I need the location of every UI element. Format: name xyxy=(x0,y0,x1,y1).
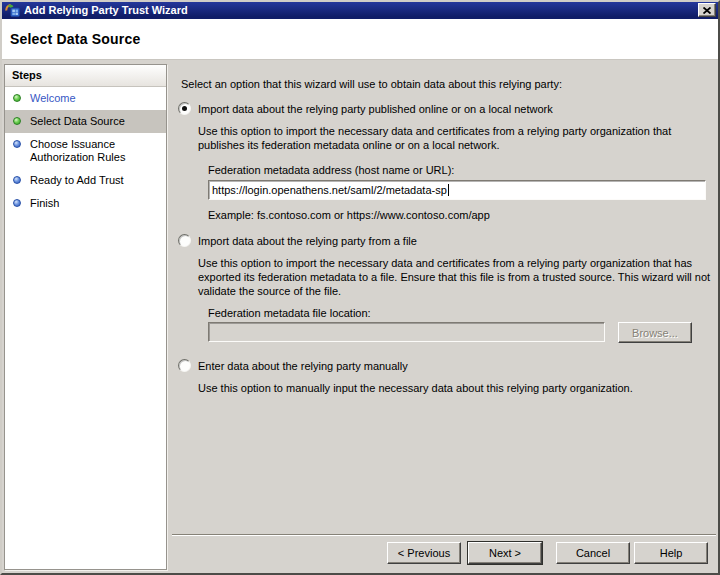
federation-metadata-address-label: Federation metadata address (host name o… xyxy=(208,163,454,177)
radio-manual-label[interactable]: Enter data about the relying party manua… xyxy=(198,359,408,373)
screen: Add Relying Party Trust Wizard Select Da… xyxy=(0,0,720,575)
radio-import-online[interactable] xyxy=(178,102,191,115)
steps-header: Steps xyxy=(5,65,166,87)
radio-import-file[interactable] xyxy=(178,234,191,247)
option-file-description: Use this option to import the necessary … xyxy=(198,256,714,298)
step-label: Finish xyxy=(30,197,148,210)
steps-sidebar: Steps Welcome Select Data Source Choose … xyxy=(4,64,167,570)
page-header: Select Data Source xyxy=(2,19,718,60)
step-pending-icon xyxy=(13,176,21,184)
cancel-button[interactable]: Cancel xyxy=(556,542,630,564)
example-text: Example: fs.contoso.com or https://www.c… xyxy=(208,208,490,222)
help-button[interactable]: Help xyxy=(634,542,708,564)
browse-button: Browse... xyxy=(618,322,692,343)
step-done-icon xyxy=(13,117,21,125)
wizard-window: Add Relying Party Trust Wizard Select Da… xyxy=(0,0,720,575)
federation-metadata-address-value: https://login.openathens.net/saml/2/meta… xyxy=(212,184,447,196)
step-label: Ready to Add Trust xyxy=(30,174,148,187)
step-label: Choose Issuance Authorization Rules xyxy=(30,138,148,164)
step-label[interactable]: Welcome xyxy=(30,92,148,105)
federation-metadata-file-input xyxy=(208,322,605,342)
next-button[interactable]: Next > xyxy=(468,542,542,564)
option-manual-description: Use this option to manually input the ne… xyxy=(198,381,714,395)
federation-metadata-address-input[interactable]: https://login.openathens.net/saml/2/meta… xyxy=(208,180,706,200)
step-welcome[interactable]: Welcome xyxy=(5,87,166,110)
step-done-icon xyxy=(13,94,21,102)
step-finish: Finish xyxy=(5,192,166,215)
option-online-description: Use this option to import the necessary … xyxy=(198,124,714,152)
text-caret xyxy=(448,184,449,196)
step-label: Select Data Source xyxy=(30,115,148,128)
step-ready-to-add-trust: Ready to Add Trust xyxy=(5,169,166,192)
step-pending-icon xyxy=(13,199,21,207)
step-pending-icon xyxy=(13,140,21,148)
page-title: Select Data Source xyxy=(2,19,718,47)
previous-button[interactable]: < Previous xyxy=(387,542,461,564)
step-choose-issuance-authorization-rules: Choose Issuance Authorization Rules xyxy=(5,133,166,169)
wizard-body: Steps Welcome Select Data Source Choose … xyxy=(2,60,718,573)
radio-manual[interactable] xyxy=(178,359,191,372)
radio-import-online-label[interactable]: Import data about the relying party publ… xyxy=(198,102,553,116)
titlebar[interactable]: Add Relying Party Trust Wizard xyxy=(2,2,718,19)
intro-text: Select an option that this wizard will u… xyxy=(181,77,562,91)
close-button[interactable] xyxy=(698,3,716,17)
federation-metadata-file-label: Federation metadata file location: xyxy=(208,306,371,320)
step-select-data-source: Select Data Source xyxy=(5,110,166,133)
radio-import-file-label[interactable]: Import data about the relying party from… xyxy=(198,234,417,248)
close-icon xyxy=(703,7,711,14)
footer-divider xyxy=(172,534,716,535)
wizard-app-icon xyxy=(5,3,20,18)
window-title: Add Relying Party Trust Wizard xyxy=(24,4,188,17)
